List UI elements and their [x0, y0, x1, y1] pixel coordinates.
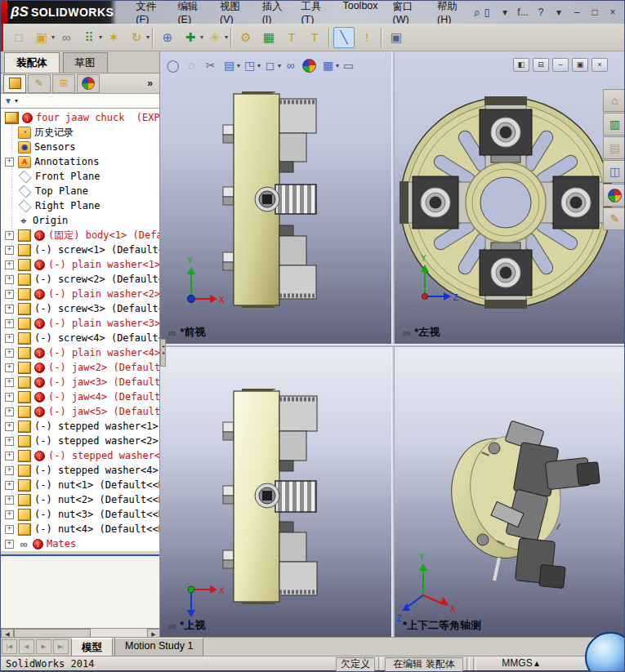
tree-item-screw-3[interactable]: +(-) screw<3> (Default<<De [1, 301, 159, 316]
tree-item-jaw-2[interactable]: +↓(-) jaw<2> (Default<<D [1, 360, 159, 375]
units-caret-icon[interactable]: ▴ [530, 657, 543, 670]
expand-icon[interactable]: + [5, 496, 14, 505]
expand-icon[interactable]: + [5, 540, 14, 549]
expand-icon[interactable]: + [5, 334, 14, 343]
assembly-visualization-icon[interactable]: ▦ [258, 27, 279, 48]
filter-caret-icon[interactable]: ▾ [15, 97, 18, 105]
zoom-fit-icon[interactable]: ◯ [163, 56, 182, 75]
tree-item-screw-4[interactable]: +(-) screw<4> (Default<<D [1, 331, 159, 345]
tree-item-stepped-washer-2[interactable]: +(-) stepped washer<2> (De [1, 434, 159, 448]
assembly-features-dropdown[interactable]: ▾ [200, 33, 203, 41]
section-view-icon[interactable]: ▤ [220, 56, 239, 75]
expand-icon[interactable]: + [5, 481, 14, 490]
expand-icon[interactable]: + [5, 305, 14, 314]
tab-scroll-next[interactable]: ▶ [36, 639, 51, 654]
new-document-dropdown[interactable]: ▾ [498, 7, 511, 18]
property-manager-tab[interactable]: ✎ [28, 74, 51, 93]
expand-icon[interactable]: + [5, 510, 14, 519]
interference-detection-icon[interactable]: T [281, 27, 302, 48]
explode-line-sketch-icon[interactable]: ╲ [333, 27, 355, 48]
tree-item-plain-washer-4[interactable]: +↓(-) plain washer<4> (I [1, 345, 159, 360]
search-icon[interactable]: ⌕ [474, 6, 480, 20]
edit-appearance-icon[interactable] [300, 56, 319, 75]
solidworks-resources[interactable]: ⌂ [603, 89, 625, 112]
tree-item-body-1[interactable]: +↓(固定) body<1> (Defaul [1, 228, 159, 243]
tree-item-root-assembly[interactable]: ↓four jaaw chuck (EXPLODE [1, 110, 159, 125]
doc-minimize-button[interactable]: – [552, 58, 569, 72]
design-library[interactable]: ▥ [603, 113, 625, 136]
tree-item-jaw-3[interactable]: +↓(-) jaw<3> (Default<<D [1, 375, 159, 389]
search-field-collapsed[interactable]: f... [516, 7, 529, 18]
expand-icon[interactable]: + [5, 275, 14, 284]
help-button[interactable]: ? [534, 7, 547, 18]
expand-icon[interactable]: + [5, 231, 14, 240]
tab-sketch[interactable]: 草图 [63, 52, 108, 73]
tree-filter-row[interactable]: ▼ ▾ [1, 94, 159, 109]
tree-item-history[interactable]: ◔历史记录 [1, 125, 159, 140]
status-units[interactable]: MMGS [480, 657, 555, 670]
tree-item-stepped-washer-3[interactable]: +↓(-) stepped washer<3> [1, 448, 159, 463]
expand-icon[interactable]: + [5, 452, 14, 461]
tree-item-mates[interactable]: +∞↓Mates [1, 536, 159, 551]
tree-item-right-plane[interactable]: Right Plane [1, 198, 159, 213]
new-motion-study-icon[interactable]: ⚙ [235, 27, 257, 48]
expand-icon[interactable]: + [5, 319, 14, 328]
tree-item-screw-1[interactable]: +(-) screw<1> (Default<<De [1, 243, 159, 257]
close-button[interactable]: × [606, 7, 619, 18]
doc-close-button[interactable]: × [592, 58, 608, 72]
tree-item-plain-washer-2[interactable]: +↓(-) plain washer<2> (I [1, 287, 159, 301]
tab-scroll-first[interactable]: |◀ [2, 639, 17, 654]
rotate-component-icon[interactable]: ↻ [126, 27, 147, 48]
view-palette[interactable]: ◫ [603, 160, 625, 183]
insert-component-icon[interactable]: □ [8, 27, 29, 48]
doc-restore-button[interactable]: ▣ [572, 58, 588, 72]
smart-component-icon[interactable]: ✶ [103, 27, 124, 48]
tree-item-stepped-washer-4[interactable]: +(-) stepped washer<4> (De [1, 463, 159, 478]
tree-item-origin[interactable]: ⌖Origin [1, 213, 159, 228]
view-settings-icon[interactable]: ▭ [339, 56, 358, 75]
tree-item-annotations[interactable]: +AAnnotations [1, 154, 159, 169]
split-horizontal-button[interactable]: ◧ [513, 58, 529, 72]
display-manager-tab[interactable] [77, 74, 100, 93]
expand-icon[interactable]: + [5, 260, 14, 269]
tree-item-sensors[interactable]: ◉Sensors [1, 140, 159, 154]
model-tab[interactable]: 模型 [71, 638, 113, 657]
appearances-scenes[interactable] [603, 184, 625, 207]
panel-splitter-handle[interactable]: ◂ ◂ [160, 339, 166, 367]
tree-item-jaw-5[interactable]: +↓(-) jaw<5> (Default<<D [1, 404, 159, 419]
view-orientation-icon[interactable]: ◳ [240, 56, 259, 75]
tree-item-nut-1[interactable]: +(-) nut<1> (Default<<Def [1, 478, 159, 492]
linear-component-pattern-dropdown[interactable]: ▾ [99, 33, 102, 41]
mate-icon[interactable]: ∞ [56, 27, 77, 48]
minimize-button[interactable]: – [570, 7, 583, 18]
expand-icon[interactable]: + [5, 407, 14, 416]
expand-icon[interactable]: + [5, 158, 14, 167]
tab-scroll-prev[interactable]: ◀ [19, 639, 34, 654]
tree-item-nut-2[interactable]: +(-) nut<2> (Default<<Def [1, 492, 159, 507]
tree-item-plain-washer-1[interactable]: +↓(-) plain washer<1> (I [1, 257, 159, 272]
help-dropdown[interactable]: ▾ [552, 7, 565, 18]
file-explorer[interactable]: ▤ [603, 136, 625, 159]
configuration-manager-tab[interactable]: ⊞ [52, 74, 75, 93]
display-style-icon[interactable]: ◻ [261, 56, 279, 75]
photo-preview-icon[interactable]: ▣ [386, 27, 407, 48]
tab-assembly[interactable]: 装配体 [4, 52, 60, 73]
tree-item-jaw-4[interactable]: +↓(-) jaw<4> (Default<<D [1, 389, 159, 404]
expand-icon[interactable]: + [5, 363, 14, 372]
viewport-front[interactable]: Y X ∞ *前视 [160, 51, 391, 344]
viewport-left[interactable]: Y Z ∞ *左视 [395, 51, 625, 344]
linear-component-pattern-icon[interactable]: ⠿ [78, 27, 100, 48]
expand-icon[interactable]: + [5, 466, 14, 475]
zoom-to-area-icon[interactable]: ◌ [182, 56, 201, 75]
measure-tool-icon[interactable]: T [304, 27, 325, 48]
expand-icon[interactable]: + [5, 378, 14, 387]
tree-item-screw-2[interactable]: +(-) screw<2> (Default<<De [1, 272, 159, 287]
expand-icon[interactable]: + [5, 349, 14, 358]
feature-manager-tab[interactable] [3, 74, 26, 93]
simulation-advisor-icon[interactable]: ! [356, 27, 377, 48]
tree-item-front-plane[interactable]: Front Plane [1, 169, 159, 184]
filter-funnel-icon[interactable]: ▼ [4, 96, 12, 105]
tab-scroll-last[interactable]: ▶| [53, 639, 69, 654]
expand-icon[interactable]: + [5, 422, 14, 431]
new-document-button[interactable]: ▯ [480, 7, 493, 18]
